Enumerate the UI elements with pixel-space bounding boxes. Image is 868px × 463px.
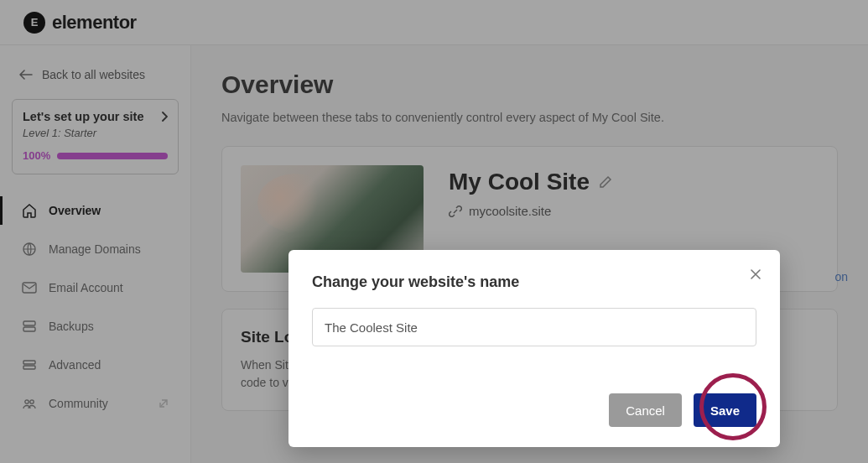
modal-title: Change your website's name — [312, 273, 756, 291]
cancel-button[interactable]: Cancel — [609, 393, 682, 427]
site-name-input[interactable] — [312, 308, 756, 346]
modal-close-button[interactable] — [750, 268, 761, 280]
rename-site-modal: Change your website's name Cancel Save — [288, 250, 780, 447]
save-button[interactable]: Save — [694, 393, 756, 427]
